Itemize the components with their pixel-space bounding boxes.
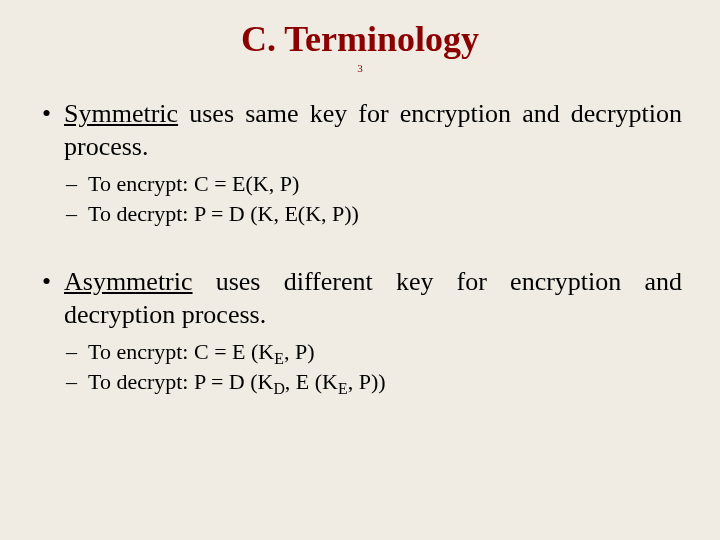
asym-dec-sub1: D — [273, 380, 284, 397]
sym-decrypt: To decrypt: P = D (K, E(K, P)) — [64, 199, 682, 229]
page-number: 3 — [38, 62, 682, 74]
asym-encrypt: To encrypt: C = E (KE, P) — [64, 337, 682, 367]
spacer — [38, 236, 682, 266]
asym-dec-sub2: E — [338, 380, 348, 397]
asym-dec-pre: To decrypt: P = D (K — [88, 369, 273, 394]
bullet-list: Symmetric uses same key for encryption a… — [38, 98, 682, 228]
asym-dec-mid: , E (K — [285, 369, 338, 394]
slide-title: C. Terminology — [38, 18, 682, 60]
asym-enc-pre: To encrypt: C = E (K — [88, 339, 274, 364]
slide: C. Terminology 3 Symmetric uses same key… — [0, 0, 720, 540]
bullet-list-2: Asymmetric uses different key for encryp… — [38, 266, 682, 396]
bullet-asymmetric: Asymmetric uses different key for encryp… — [38, 266, 682, 396]
sublist-symmetric: To encrypt: C = E(K, P) To decrypt: P = … — [64, 169, 682, 228]
asym-enc-mid: , P) — [284, 339, 315, 364]
sublist-asymmetric: To encrypt: C = E (KE, P) To decrypt: P … — [64, 337, 682, 396]
term-asymmetric: Asymmetric — [64, 267, 193, 296]
bullet-symmetric: Symmetric uses same key for encryption a… — [38, 98, 682, 228]
term-symmetric: Symmetric — [64, 99, 178, 128]
asym-enc-sub: E — [274, 351, 284, 368]
sym-encrypt: To encrypt: C = E(K, P) — [64, 169, 682, 199]
asym-dec-end: , P)) — [348, 369, 386, 394]
asym-decrypt: To decrypt: P = D (KD, E (KE, P)) — [64, 367, 682, 397]
